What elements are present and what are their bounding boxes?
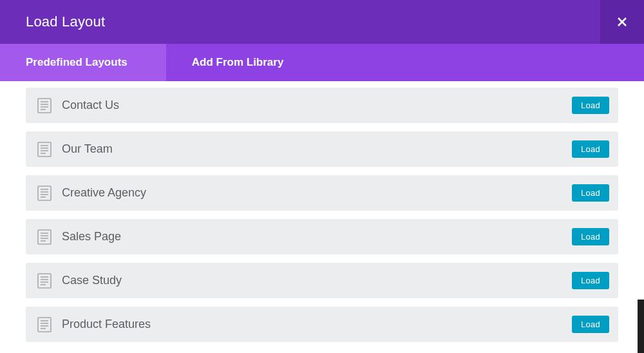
load-layout-modal: Load Layout Predefined Layouts Add From … bbox=[0, 0, 644, 353]
layout-row: Creative Agency Load bbox=[26, 175, 618, 211]
layout-name: Sales Page bbox=[62, 230, 572, 243]
close-button[interactable] bbox=[600, 0, 644, 44]
page-layout-icon bbox=[36, 185, 53, 202]
layout-name: Our Team bbox=[62, 142, 572, 156]
load-button[interactable]: Load bbox=[572, 228, 609, 245]
tab-add-from-library[interactable]: Add From Library bbox=[166, 44, 310, 81]
svg-rect-12 bbox=[38, 186, 51, 200]
layout-name: Creative Agency bbox=[62, 186, 572, 200]
tab-predefined-layouts[interactable]: Predefined Layouts bbox=[0, 44, 166, 81]
layout-name: Case Study bbox=[62, 274, 572, 287]
modal-header: Load Layout bbox=[0, 0, 644, 44]
layout-row: Product Features Load bbox=[26, 307, 618, 342]
layout-list: Contact Us Load Our Team Load bbox=[26, 88, 618, 342]
load-button[interactable]: Load bbox=[572, 140, 609, 158]
page-layout-icon bbox=[36, 229, 53, 245]
layout-name: Product Features bbox=[62, 318, 572, 331]
load-button[interactable]: Load bbox=[572, 316, 609, 333]
layout-row: Contact Us Load bbox=[26, 88, 618, 123]
tab-label: Predefined Layouts bbox=[26, 56, 128, 69]
layout-row: Our Team Load bbox=[26, 131, 618, 167]
page-layout-icon bbox=[36, 316, 53, 333]
load-button[interactable]: Load bbox=[572, 184, 609, 202]
layout-row: Case Study Load bbox=[26, 263, 618, 298]
modal-title: Load Layout bbox=[0, 14, 105, 30]
tab-label: Add From Library bbox=[192, 56, 284, 69]
tab-bar: Predefined Layouts Add From Library bbox=[0, 44, 644, 81]
load-button[interactable]: Load bbox=[572, 97, 609, 114]
svg-rect-7 bbox=[38, 142, 51, 157]
page-layout-icon bbox=[36, 141, 53, 158]
page-layout-icon bbox=[36, 272, 53, 289]
svg-rect-17 bbox=[38, 230, 51, 244]
svg-rect-27 bbox=[38, 318, 51, 332]
svg-rect-22 bbox=[38, 274, 51, 288]
layout-row: Sales Page Load bbox=[26, 219, 618, 254]
load-button[interactable]: Load bbox=[572, 272, 609, 289]
close-icon bbox=[618, 15, 627, 30]
svg-rect-2 bbox=[38, 99, 51, 113]
right-panel-sliver bbox=[638, 300, 644, 353]
modal-content: Contact Us Load Our Team Load bbox=[0, 81, 644, 353]
page-layout-icon bbox=[36, 97, 53, 114]
layout-name: Contact Us bbox=[62, 99, 572, 112]
